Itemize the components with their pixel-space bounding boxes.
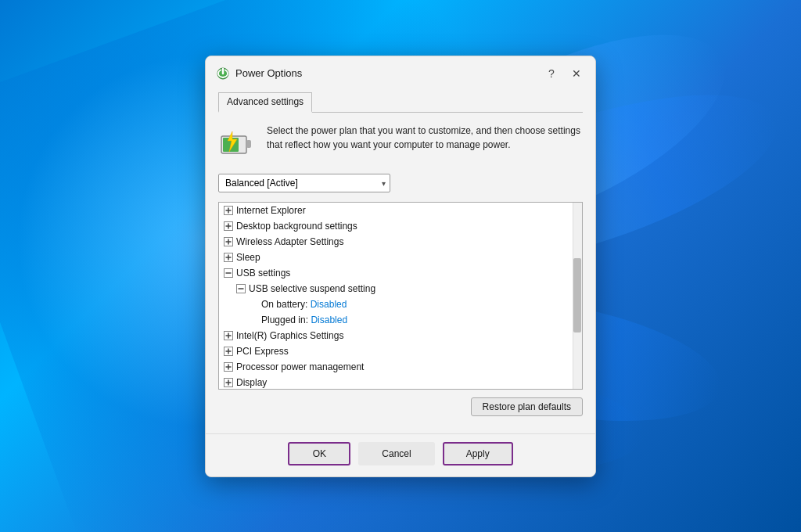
expand-icon bbox=[224, 330, 233, 340]
plan-select[interactable]: Balanced [Active] Power saver High perfo… bbox=[218, 174, 390, 192]
scrollbar-track bbox=[573, 203, 582, 389]
close-button[interactable]: ✕ bbox=[567, 64, 586, 83]
tree-item[interactable]: On battery: Disabled bbox=[219, 297, 582, 312]
tree-item-label: Desktop background settings bbox=[236, 221, 577, 232]
expand-icon bbox=[224, 236, 233, 246]
help-button[interactable]: ? bbox=[542, 64, 561, 83]
tree-item[interactable]: PCI Express bbox=[219, 343, 582, 359]
tab-bar: Advanced settings bbox=[218, 92, 583, 113]
tree-item[interactable]: Desktop background settings bbox=[219, 218, 582, 234]
dialog-title-section: Power Options bbox=[215, 66, 302, 81]
disabled-value: Disabled bbox=[311, 315, 347, 325]
power-options-dialog: Power Options ? ✕ Advanced settings bbox=[205, 56, 596, 477]
collapse-icon bbox=[224, 268, 233, 277]
battery-icon bbox=[218, 124, 256, 161]
tree-item-label: Internet Explorer bbox=[236, 205, 577, 216]
expand-icon bbox=[224, 361, 233, 371]
dialog-title-text: Power Options bbox=[235, 67, 302, 79]
dialog-overlay: Power Options ? ✕ Advanced settings bbox=[0, 0, 801, 532]
expand-icon bbox=[224, 252, 233, 261]
dialog-footer: OK Cancel Apply bbox=[206, 433, 595, 476]
dialog-body: Advanced settings Select the power plan … bbox=[206, 83, 595, 433]
tree-item-label: Processor power management bbox=[236, 361, 577, 372]
plan-select-row: Balanced [Active] Power saver High perfo… bbox=[218, 174, 583, 192]
tree-item-label: PCI Express bbox=[236, 346, 577, 357]
expand-icon bbox=[224, 221, 233, 230]
title-buttons: ? ✕ bbox=[542, 64, 586, 83]
cancel-button[interactable]: Cancel bbox=[358, 442, 434, 466]
svg-rect-2 bbox=[246, 140, 251, 148]
tree-item-label: Sleep bbox=[236, 252, 577, 263]
tree-item[interactable]: Wireless Adapter Settings bbox=[219, 234, 582, 250]
disabled-value: Disabled bbox=[311, 299, 347, 310]
tree-item-label: USB selective suspend setting bbox=[249, 283, 577, 294]
power-icon bbox=[215, 66, 231, 81]
tree-item[interactable]: Internet Explorer bbox=[219, 203, 582, 218]
dialog-titlebar: Power Options ? ✕ bbox=[206, 56, 595, 83]
plan-select-wrapper: Balanced [Active] Power saver High perfo… bbox=[218, 174, 390, 192]
restore-plan-defaults-button[interactable]: Restore plan defaults bbox=[471, 397, 583, 416]
expand-icon bbox=[224, 346, 233, 355]
expand-icon bbox=[224, 377, 233, 386]
tree-item-label: Display bbox=[236, 377, 577, 388]
restore-row: Restore plan defaults bbox=[218, 397, 583, 416]
tree-item[interactable]: USB settings bbox=[219, 265, 582, 281]
description-text: Select the power plan that you want to c… bbox=[267, 124, 583, 152]
tree-item[interactable]: Sleep bbox=[219, 250, 582, 265]
collapse-icon bbox=[236, 283, 246, 293]
tree-item-label: Plugged in: Disabled bbox=[261, 315, 577, 325]
tree-item[interactable]: Processor power management bbox=[219, 359, 582, 375]
tree-item[interactable]: USB selective suspend setting bbox=[219, 281, 582, 297]
expand-icon bbox=[224, 205, 233, 214]
tree-item-label: Intel(R) Graphics Settings bbox=[236, 330, 577, 341]
tree-item-label: USB settings bbox=[236, 268, 577, 279]
description-area: Select the power plan that you want to c… bbox=[218, 124, 583, 161]
settings-tree[interactable]: Internet Explorer Desktop background set… bbox=[218, 202, 583, 390]
advanced-settings-tab[interactable]: Advanced settings bbox=[218, 92, 312, 113]
tree-item[interactable]: Display bbox=[219, 375, 582, 390]
ok-button[interactable]: OK bbox=[288, 442, 350, 466]
tree-item[interactable]: Intel(R) Graphics Settings bbox=[219, 328, 582, 343]
tree-item[interactable]: Plugged in: Disabled bbox=[219, 312, 582, 328]
tree-item-label: On battery: Disabled bbox=[261, 299, 577, 310]
tree-item-label: Wireless Adapter Settings bbox=[236, 236, 577, 247]
scrollbar-thumb[interactable] bbox=[573, 258, 581, 332]
apply-button[interactable]: Apply bbox=[443, 442, 513, 466]
